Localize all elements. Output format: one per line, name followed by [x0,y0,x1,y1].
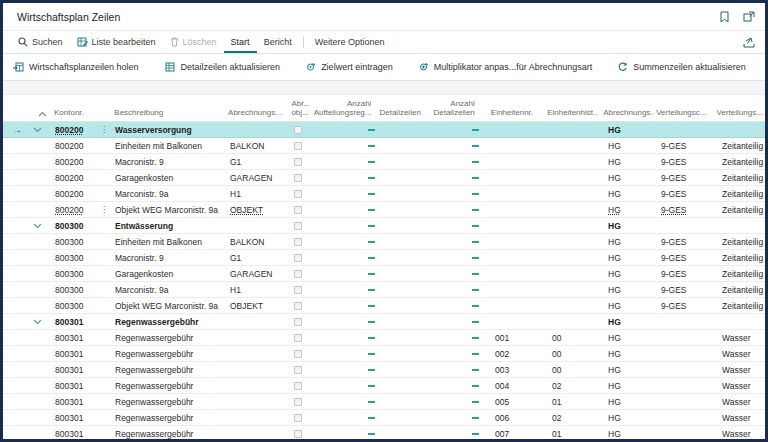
cell-kontonr[interactable]: 800200 [55,141,83,151]
abrechnung-objekt-checkbox[interactable] [294,174,302,182]
cell-kontonr[interactable]: 800300 [55,237,83,247]
report-menu-tab[interactable]: Bericht [257,31,299,53]
chevron-down-icon[interactable] [33,221,42,231]
abrechnung-objekt-checkbox[interactable] [294,366,302,374]
cell-beschreibung[interactable]: Regenwassergebühr [115,365,193,375]
anzahl-aufteilungsregeln-link[interactable] [368,209,375,211]
cell-beschreibung[interactable]: Regenwassergebühr [115,349,193,359]
abrechnung-objekt-checkbox[interactable] [294,414,302,422]
table-row[interactable]: 800301Regenwassergebühr00602HGWasser [3,410,765,426]
search-button[interactable]: Suchen [11,31,70,53]
chevron-down-icon[interactable] [33,317,42,327]
cell-kontonr[interactable]: 800300 [55,285,83,295]
refresh-sum-lines-button[interactable]: Summenzeilen aktualisieren [618,62,746,72]
col-header-einheitennr[interactable]: Einheitennr. [479,95,543,117]
anzahl-detailzeilen-link[interactable] [472,337,479,339]
abrechnung-objekt-checkbox[interactable] [294,222,302,230]
cell-kontonr[interactable]: 800300 [55,269,83,279]
cell-kontonr[interactable]: 800200 [55,157,83,167]
cell-beschreibung[interactable]: Regenwassergebühr [115,413,193,423]
cell-kontonr[interactable]: 800200 [55,125,83,135]
table-row[interactable]: 800300Marconistr. 9aH1HG9-GESZeitanteili… [3,282,765,298]
open-in-new-window-icon[interactable] [743,11,755,22]
delete-button[interactable]: Löschen [163,31,224,53]
abrechnung-objekt-checkbox[interactable] [294,190,302,198]
anzahl-detailzeilen-link[interactable] [472,289,479,291]
table-row[interactable]: 800301RegenwassergebührHG [3,314,765,330]
anzahl-aufteilungsregeln-link[interactable] [368,129,375,131]
anzahl-aufteilungsregeln-link[interactable] [368,385,375,387]
table-row[interactable]: 800300Objekt WEG Marconistr. 9aOBJEKTHG9… [3,298,765,314]
refresh-detail-lines-button[interactable]: Detailzeilen aktualisieren [165,62,281,72]
table-row[interactable]: 800300Einheiten mit BalkonenBALKONHG9-GE… [3,234,765,250]
cell-abrechnungsart[interactable]: G1 [230,157,241,167]
abrechnung-objekt-checkbox[interactable] [294,270,302,278]
anzahl-aufteilungsregeln-link[interactable] [368,433,375,435]
cell-abrechnungsart[interactable]: BALKON [230,237,265,247]
cell-kontonr[interactable]: 800200 [55,173,83,183]
start-menu-tab[interactable]: Start [224,31,257,53]
table-row[interactable]: 800200⋮Objekt WEG Marconistr. 9aOBJEKTHG… [3,202,765,218]
cell-kontonr[interactable]: 800300 [55,221,83,231]
anzahl-aufteilungsregeln-link[interactable] [368,369,375,371]
anzahl-detailzeilen-link[interactable] [472,417,479,419]
table-row[interactable]: 800301Regenwassergebühr00300HGWasser [3,362,765,378]
anzahl-detailzeilen-link[interactable] [472,257,479,259]
cell-kontonr[interactable]: 800301 [55,429,83,439]
cell-beschreibung[interactable]: Wasserversorgung [115,125,192,135]
abrechnung-objekt-checkbox[interactable] [294,430,302,438]
table-row[interactable]: 800200Macronistr. 9G1HG9-GESZeitanteilig [3,154,765,170]
col-header-abrechnung-objekt[interactable]: Abr...obj... [285,95,310,117]
get-plan-lines-button[interactable]: Wirtschaftsplanzeilen holen [13,62,139,72]
anzahl-aufteilungsregeln-link[interactable] [368,305,375,307]
table-row[interactable]: 800301Regenwassergebühr00501HGWasser [3,394,765,410]
abrechnung-objekt-checkbox[interactable] [294,158,302,166]
cell-beschreibung[interactable]: Regenwassergebühr [115,317,199,327]
anzahl-detailzeilen-link[interactable] [472,145,479,147]
table-row[interactable]: 800200Einheiten mit BalkonenBALKONHG9-GE… [3,138,765,154]
anzahl-detailzeilen-link[interactable] [472,433,479,435]
cell-beschreibung[interactable]: Objekt WEG Marconistr. 9a [115,301,218,311]
anzahl-aufteilungsregeln-link[interactable] [368,417,375,419]
cell-kontonr[interactable]: 800301 [55,333,83,343]
anzahl-detailzeilen-link[interactable] [472,369,479,371]
abrechnung-objekt-checkbox[interactable] [294,302,302,310]
abrechnung-objekt-checkbox[interactable] [294,238,302,246]
table-row[interactable]: 800300Macronistr. 9G1HG9-GESZeitanteilig [3,250,765,266]
anzahl-detailzeilen-link[interactable] [472,209,479,211]
abrechnung-objekt-checkbox[interactable] [294,318,302,326]
anzahl-detailzeilen-link[interactable] [472,177,479,179]
anzahl-aufteilungsregeln-link[interactable] [368,193,375,195]
abrechnung-objekt-checkbox[interactable] [294,350,302,358]
abrechnung-objekt-checkbox[interactable] [294,398,302,406]
table-row[interactable]: 800200GaragenkostenGARAGENHG9-GESZeitant… [3,170,765,186]
table-row[interactable]: 800301Regenwassergebühr00402HGWasser [3,378,765,394]
cell-kontonr[interactable]: 800301 [55,317,83,327]
anzahl-aufteilungsregeln-link[interactable] [368,177,375,179]
cell-beschreibung[interactable]: Entwässerung [115,221,173,231]
cell-beschreibung[interactable]: Objekt WEG Marconistr. 9a [115,205,218,215]
anzahl-aufteilungsregeln-link[interactable] [368,225,375,227]
cell-kontonr[interactable]: 800301 [55,413,83,423]
chevron-down-icon[interactable] [33,125,42,135]
more-options-button[interactable]: Weitere Optionen [308,31,392,53]
table-row[interactable]: 800301Regenwassergebühr00701HGWasser [3,426,765,439]
cell-abrechnungsart[interactable]: OBJEKT [230,301,263,311]
cell-beschreibung[interactable]: Einheiten mit Balkonen [115,141,202,151]
table-row[interactable]: 800200Marconistr. 9aH1HG9-GESZeitanteili… [3,186,765,202]
cell-kontonr[interactable]: 800200 [55,189,83,199]
edit-list-button[interactable]: Liste bearbeiten [70,31,163,53]
cell-beschreibung[interactable]: Regenwassergebühr [115,429,193,439]
cell-beschreibung[interactable]: Marconistr. 9a [115,285,168,295]
cell-abrechnungsart[interactable]: H1 [230,189,241,199]
anzahl-aufteilungsregeln-link[interactable] [368,401,375,403]
row-menu-icon[interactable]: ⋮ [100,125,113,134]
col-header-kontonr[interactable]: Kontonr. [51,95,112,117]
anzahl-detailzeilen-link[interactable] [472,161,479,163]
cell-kontonr[interactable]: 800301 [55,397,83,407]
abrechnung-objekt-checkbox[interactable] [294,334,302,342]
col-header-einheitenhist[interactable]: Einheitenhist... [543,95,598,117]
anzahl-detailzeilen-link[interactable] [472,401,479,403]
abrechnung-objekt-checkbox[interactable] [294,382,302,390]
col-header-verteilungscode[interactable]: Verteilungsc... [653,95,712,117]
